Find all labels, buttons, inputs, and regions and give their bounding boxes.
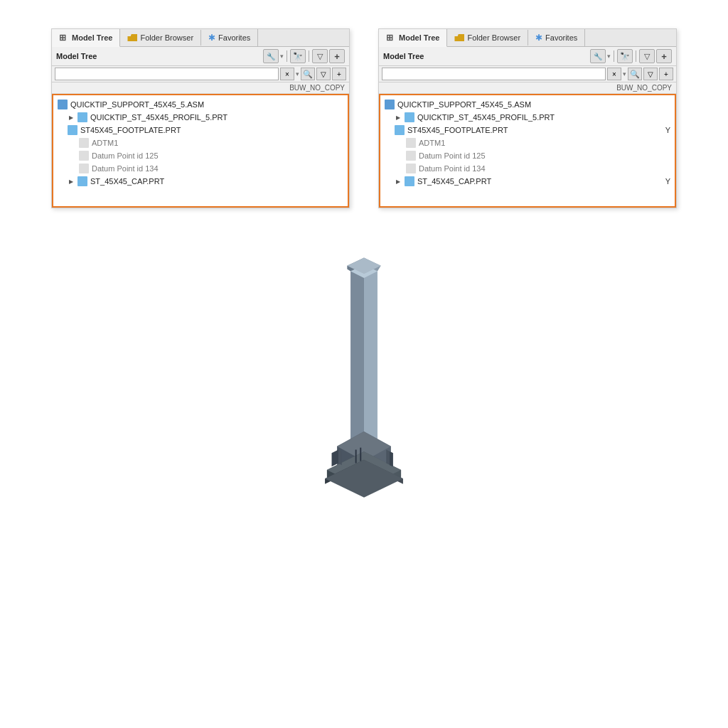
toolbar-buttons-right: 🔧 ▾ 🔭 ▽ +: [590, 49, 672, 63]
item-2-label-left: ST45X45_FOOTPLATE.PRT: [80, 126, 181, 134]
panel-left: Model Tree Folder Browser ✱ Favorites Mo…: [51, 28, 350, 208]
clip-right-2: [390, 451, 393, 466]
add-search-left[interactable]: +: [332, 68, 346, 80]
filter-btn-right[interactable]: ▽: [643, 68, 658, 80]
search-bar-left: × ▾ 🔍 ▽ +: [52, 66, 349, 82]
search-clear-left[interactable]: ×: [280, 68, 294, 80]
item-4-label-right: Datum Point id 125: [419, 151, 486, 160]
settings-button-left[interactable]: 🔧: [263, 49, 279, 63]
favorites-icon-right: ✱: [535, 33, 542, 43]
panel-right: Model Tree Folder Browser ✱ Favorites Mo…: [378, 28, 677, 208]
settings-button-right[interactable]: 🔧: [590, 49, 606, 63]
model-tree-title-right: Model Tree: [383, 52, 424, 60]
favorites-icon-left: ✱: [208, 33, 215, 43]
add-button-left[interactable]: +: [329, 49, 345, 63]
3d-model-svg: [272, 251, 456, 507]
search-arrow-right: ▾: [623, 70, 626, 77]
toolbar-right: Model Tree 🔧 ▾ 🔭 ▽ +: [379, 47, 676, 66]
model-tree-icon: [59, 33, 69, 43]
tree-root-right: QUICKTIP_SUPPORT_45X45_5.ASM: [383, 98, 672, 111]
separator2-right: [636, 50, 636, 62]
tree-item-6-right[interactable]: ST_45X45_CAP.PRT Y: [383, 175, 672, 188]
datum-icon-4-left: [79, 151, 89, 161]
asm-icon-right: [385, 100, 395, 109]
model-tree-icon-right: [386, 33, 396, 43]
tree-item-1-right[interactable]: QUICKTIP_ST_45X45_PROFIL_5.PRT: [383, 111, 672, 124]
tab-bar-left: Model Tree Folder Browser ✱ Favorites: [52, 29, 349, 47]
folder-icon-left: [127, 34, 137, 41]
item-6-label-right: ST_45X45_CAP.PRT: [417, 177, 491, 186]
root-label-right: QUICKTIP_SUPPORT_45X45_5.ASM: [397, 100, 531, 109]
separator2-left: [309, 50, 309, 62]
tree-item-2-left[interactable]: ST45X45_FOOTPLATE.PRT: [56, 124, 345, 136]
datum-icon-5-left: [79, 164, 89, 173]
prt-icon-1-right: [405, 112, 414, 122]
binoculars-button-left[interactable]: 🔭: [290, 49, 306, 63]
tree-root-left: QUICKTIP_SUPPORT_45X45_5.ASM: [56, 98, 345, 111]
tab-favorites-right[interactable]: ✱ Favorites: [528, 29, 585, 46]
datum-icon-3-right: [406, 138, 416, 148]
asm-icon-left: [58, 100, 68, 109]
arrow-down-right: ▾: [607, 53, 611, 60]
expand-6-right[interactable]: [395, 178, 402, 185]
separator-right: [614, 50, 614, 62]
prt-icon-1-left: [77, 112, 87, 122]
tab-folder-browser-right[interactable]: Folder Browser: [447, 30, 528, 46]
item-2-value-right: Y: [665, 126, 670, 134]
tree-item-3-right: ADTM1: [383, 136, 672, 149]
tree-content-right: QUICKTIP_SUPPORT_45X45_5.ASM QUICKTIP_ST…: [379, 94, 676, 208]
item-5-label-right: Datum Point id 134: [419, 164, 486, 173]
add-search-right[interactable]: +: [659, 68, 673, 80]
buw-label-right: BUW_NO_COPY: [379, 82, 676, 94]
prt-icon-6-right: [405, 176, 414, 186]
search-go-right[interactable]: 🔍: [628, 68, 642, 80]
item-5-label-left: Datum Point id 134: [92, 164, 159, 173]
folder-icon-right: [454, 34, 464, 41]
add-button-right[interactable]: +: [656, 49, 672, 63]
expand-6-left[interactable]: [68, 178, 75, 185]
filter-btn-left[interactable]: ▽: [316, 68, 331, 80]
item-2-label-right: ST45X45_FOOTPLATE.PRT: [407, 126, 508, 134]
datum-icon-5-right: [406, 164, 416, 173]
tab-model-tree-right[interactable]: Model Tree: [379, 29, 447, 47]
expand-1-right[interactable]: [395, 114, 402, 121]
toolbar-buttons-left: 🔧 ▾ 🔭 ▽ +: [263, 49, 345, 63]
tree-item-5-right: Datum Point id 134: [383, 162, 672, 175]
item-1-label-right: QUICKTIP_ST_45X45_PROFIL_5.PRT: [417, 113, 555, 122]
tree-item-4-left: Datum Point id 125: [56, 149, 345, 162]
tab-model-tree-left[interactable]: Model Tree: [52, 29, 120, 47]
model-area: [43, 237, 685, 521]
search-input-right[interactable]: [382, 68, 606, 80]
tree-item-1-left[interactable]: QUICKTIP_ST_45X45_PROFIL_5.PRT: [56, 111, 345, 124]
item-6-label-left: ST_45X45_CAP.PRT: [90, 177, 164, 186]
filter-button-right[interactable]: ▽: [639, 49, 655, 63]
prt-icon-2-left: [68, 125, 77, 135]
search-go-left[interactable]: 🔍: [301, 68, 315, 80]
expand-1-left[interactable]: [68, 114, 75, 121]
tree-content-left: QUICKTIP_SUPPORT_45X45_5.ASM QUICKTIP_ST…: [52, 94, 349, 208]
tab-folder-browser-left[interactable]: Folder Browser: [120, 30, 201, 46]
item-1-label-left: QUICKTIP_ST_45X45_PROFIL_5.PRT: [90, 113, 228, 122]
binoculars-button-right[interactable]: 🔭: [617, 49, 633, 63]
item-4-label-left: Datum Point id 125: [92, 151, 159, 160]
tree-item-4-right: Datum Point id 125: [383, 149, 672, 162]
prt-icon-2-right: [395, 125, 405, 135]
search-bar-right: × ▾ 🔍 ▽ +: [379, 66, 676, 82]
tree-item-5-left: Datum Point id 134: [56, 162, 345, 175]
toolbar-left: Model Tree 🔧 ▾ 🔭 ▽ +: [52, 47, 349, 66]
datum-icon-4-right: [406, 151, 416, 161]
arrow-down-left: ▾: [280, 53, 284, 60]
filter-button-left[interactable]: ▽: [312, 49, 328, 63]
search-clear-right[interactable]: ×: [607, 68, 621, 80]
tree-item-3-left: ADTM1: [56, 136, 345, 149]
search-arrow-left: ▾: [296, 70, 299, 77]
tree-item-6-left[interactable]: ST_45X45_CAP.PRT: [56, 175, 345, 188]
search-input-left[interactable]: [55, 68, 279, 80]
root-label-left: QUICKTIP_SUPPORT_45X45_5.ASM: [70, 100, 204, 109]
datum-icon-3-left: [79, 138, 89, 148]
main-container: Model Tree Folder Browser ✱ Favorites Mo…: [0, 0, 728, 550]
column-right-face: [364, 264, 378, 439]
tree-item-2-right[interactable]: ST45X45_FOOTPLATE.PRT Y: [383, 124, 672, 136]
clip-left-2: [338, 449, 342, 465]
tab-favorites-left[interactable]: ✱ Favorites: [201, 29, 258, 46]
